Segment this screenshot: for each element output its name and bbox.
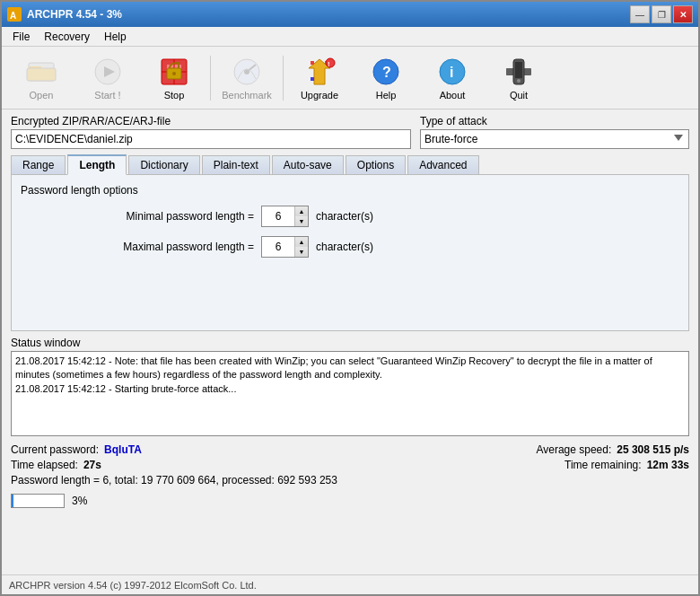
start-button: Start ! [75,51,140,105]
file-label: Encrypted ZIP/RAR/ACE/ARJ-file [11,115,411,127]
stat-time-elapsed: Time elapsed: 27s [11,459,101,471]
avg-speed-value: 25 308 515 p/s [617,443,689,456]
toolbar: Open Start ! Stop [2,47,698,110]
svg-point-12 [172,72,176,75]
tab-plain-text[interactable]: Plain-text [202,155,270,175]
menu-recovery[interactable]: Recovery [37,29,97,45]
footer-text: ARCHPR version 4.54 (c) 1997-2012 ElcomS… [9,580,257,591]
quit-icon [503,56,535,88]
svg-rect-29 [515,62,522,78]
max-length-label: Maximal password length = [57,241,254,253]
tab-length[interactable]: Length [67,154,127,175]
stats-area: Current password: BqluTA Average speed: … [11,442,689,488]
stat-avg-speed: Average speed: 25 308 515 p/s [536,443,689,456]
time-elapsed-value: 27s [83,459,101,471]
start-icon [92,56,124,88]
progress-label: 3% [72,495,87,507]
attack-field-group: Type of attack Brute-force Dictionary Pl… [420,115,689,149]
attack-select[interactable]: Brute-force Dictionary Plain-text Mixed [420,129,689,149]
tab-dictionary[interactable]: Dictionary [128,155,199,175]
svg-rect-4 [27,68,56,81]
file-input[interactable] [11,129,411,149]
open-icon [25,56,57,88]
svg-point-30 [517,79,521,83]
tabs-row: Range Length Dictionary Plain-text Auto-… [11,154,689,175]
max-length-row: Maximal password length = ▲ ▼ character(… [57,236,679,258]
tab-auto-save[interactable]: Auto-save [272,155,344,175]
footer: ARCHPR version 4.54 (c) 1997-2012 ElcomS… [2,574,698,594]
min-length-spinner-btns: ▲ ▼ [294,206,308,226]
benchmark-label: Benchmark [222,90,272,101]
window-controls: — ❐ ✕ [630,5,693,23]
min-length-input[interactable] [262,206,294,226]
benchmark-button: Benchmark [214,51,279,105]
time-remaining-label: Time remaining: [564,459,642,471]
progress-bar-fill [12,495,13,507]
minimize-button[interactable]: — [630,5,650,23]
open-label: Open [30,90,54,101]
stats-row-1: Current password: BqluTA Average speed: … [11,443,689,456]
tab-options[interactable]: Options [346,155,406,175]
min-char-label: character(s) [316,210,373,223]
min-length-label: Minimal password length = [57,210,254,223]
toolbar-sep-2 [283,56,284,101]
main-content: Encrypted ZIP/RAR/ACE/ARJ-file Type of a… [2,110,698,574]
stop-label: Stop [164,90,185,101]
time-elapsed-label: Time elapsed: [11,459,78,471]
maximize-button[interactable]: ❐ [652,5,671,23]
avg-speed-label: Average speed: [536,443,611,456]
start-label: Start ! [94,90,120,101]
status-line-1: 21.08.2017 15:42:12 - Note: that file ha… [15,355,652,380]
password-length-info: Password length = 6, total: 19 770 609 6… [11,474,337,486]
menu-help[interactable]: Help [97,29,134,45]
max-length-down-btn[interactable]: ▼ [295,247,308,257]
help-label: Help [376,90,397,101]
max-length-input[interactable] [262,237,294,257]
file-attack-row: Encrypted ZIP/RAR/ACE/ARJ-file Type of a… [11,115,689,149]
tab-panel-length: Password length options Minimal password… [11,174,689,331]
current-password-label: Current password: [11,443,99,456]
progress-bar-container [11,494,65,508]
tab-range[interactable]: Range [11,155,66,175]
status-section: Status window 21.08.2017 15:42:12 - Note… [11,337,689,436]
stop-icon [158,56,190,88]
menu-file[interactable]: File [5,29,37,45]
progress-area: 3% [11,494,689,508]
max-length-spinner-btns: ▲ ▼ [294,237,308,257]
stat-current-password: Current password: BqluTA [11,443,142,456]
stats-row-2: Time elapsed: 27s Time remaining: 12m 33… [11,459,689,471]
main-window: A ARCHPR 4.54 - 3% — ❐ ✕ File Recovery H… [0,0,700,596]
title-bar: A ARCHPR 4.54 - 3% — ❐ ✕ [2,2,698,27]
time-remaining-value: 12m 33s [647,459,689,471]
min-length-row: Minimal password length = ▲ ▼ character(… [57,206,679,227]
about-button[interactable]: i About [420,51,485,105]
max-char-label: character(s) [316,241,373,253]
help-icon: ? [370,56,402,88]
stop-button[interactable]: Stop [142,51,206,105]
benchmark-icon [231,56,263,88]
status-box[interactable]: 21.08.2017 15:42:12 - Note: that file ha… [11,351,689,436]
quit-button[interactable]: Quit [486,51,551,105]
stat-time-remaining: Time remaining: 12m 33s [564,459,689,471]
tab-panel-title: Password length options [21,184,679,197]
title-bar-left: A ARCHPR 4.54 - 3% [7,7,122,22]
tab-advanced[interactable]: Advanced [407,155,478,175]
attack-label: Type of attack [420,115,689,127]
upgrade-button[interactable]: ! Upgrade [287,51,352,105]
help-button[interactable]: ? Help [354,51,418,105]
menu-bar: File Recovery Help [2,27,698,47]
svg-text:!: ! [328,60,330,68]
toolbar-sep-1 [210,56,211,101]
svg-text:?: ? [382,65,391,80]
min-length-down-btn[interactable]: ▼ [295,216,308,226]
app-icon: A [7,7,22,22]
open-button: Open [9,51,74,105]
svg-rect-18 [311,77,314,81]
about-label: About [440,90,466,101]
min-length-up-btn[interactable]: ▲ [295,206,308,216]
close-button[interactable]: ✕ [673,5,693,23]
status-title: Status window [11,337,689,349]
tabs-container: Range Length Dictionary Plain-text Auto-… [11,154,689,331]
stats-row-3: Password length = 6, total: 19 770 609 6… [11,474,689,486]
max-length-up-btn[interactable]: ▲ [295,237,308,247]
